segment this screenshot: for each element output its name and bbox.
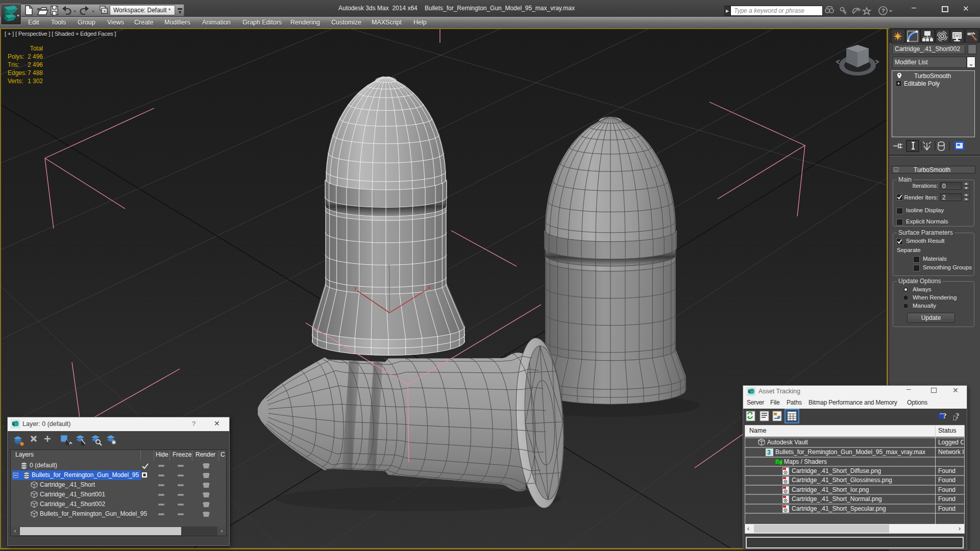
svg-text:y: y	[354, 285, 357, 291]
svg-text:?: ?	[881, 8, 885, 14]
svg-text:x: x	[428, 284, 431, 290]
svg-text:Editable Poly: Editable Poly	[904, 80, 940, 87]
svg-text:z: z	[387, 262, 390, 268]
svg-text:TurboSmooth: TurboSmooth	[914, 72, 951, 80]
svg-text:?: ?	[943, 412, 947, 420]
